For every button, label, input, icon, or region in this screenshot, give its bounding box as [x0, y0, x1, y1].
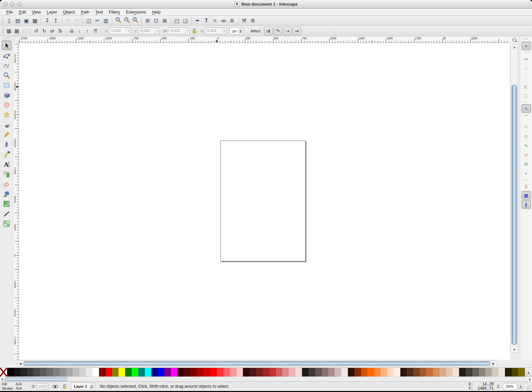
color-swatch[interactable] — [92, 368, 99, 376]
duplicate-button[interactable]: ⊞ — [143, 16, 152, 25]
unlink-clone-button[interactable]: ⊠ — [160, 16, 169, 25]
menu-extensions[interactable]: Extensions — [123, 9, 149, 15]
palette-scrollbar[interactable]: ◀ ▶ — [0, 376, 532, 381]
import-button[interactable]: ↧ — [43, 16, 51, 25]
color-swatch[interactable] — [381, 368, 387, 376]
color-swatch[interactable] — [446, 368, 453, 376]
color-swatch[interactable] — [27, 368, 34, 376]
document-properties-button[interactable]: ⚙ — [249, 16, 257, 25]
color-swatch[interactable] — [223, 368, 230, 376]
selector-tool-button[interactable] — [2, 41, 12, 50]
color-swatch[interactable] — [53, 368, 60, 376]
vertical-scrollbar[interactable]: ▲ ▼ — [511, 44, 518, 353]
print-button[interactable]: ▦ — [31, 16, 39, 25]
color-swatch[interactable] — [302, 368, 309, 376]
zoom-input[interactable]: 35% — [502, 383, 517, 390]
color-swatch[interactable] — [289, 368, 295, 376]
palette-scrollbar-thumb[interactable] — [4, 377, 68, 381]
color-swatch[interactable] — [452, 368, 459, 376]
color-swatch[interactable] — [472, 368, 479, 376]
snap-to-paths-toggle[interactable]: ⌒ — [521, 114, 531, 122]
pen-tool-button[interactable] — [2, 140, 12, 149]
color-swatch[interactable] — [125, 368, 132, 376]
zoom-window-button[interactable] — [17, 2, 21, 6]
snap-cusp-nodes-toggle[interactable]: ◇ — [521, 132, 531, 141]
xml-editor-button[interactable]: </> — [219, 16, 228, 25]
color-swatch[interactable] — [243, 368, 249, 376]
scroll-up-arrow[interactable]: ▲ — [511, 44, 518, 50]
gradient-tool-button[interactable] — [2, 199, 12, 209]
horizontal-scrollbar-thumb[interactable] — [23, 361, 491, 366]
color-swatch[interactable] — [433, 368, 440, 376]
scroll-right-arrow[interactable]: ▶ — [491, 361, 496, 366]
toolbox-grip[interactable] — [3, 38, 10, 39]
ellipse-tool-button[interactable] — [2, 100, 12, 110]
color-swatch[interactable] — [86, 368, 92, 376]
snap-rotation-centers-toggle[interactable]: + — [521, 169, 531, 178]
zoom-spinner[interactable]: ▲▼ — [518, 384, 523, 389]
new-document-button[interactable]: ▯ — [5, 16, 14, 25]
color-swatch[interactable] — [47, 368, 53, 376]
color-swatch[interactable] — [374, 368, 381, 376]
color-swatch[interactable] — [282, 368, 289, 376]
spray-tool-button[interactable] — [2, 169, 12, 179]
color-swatch[interactable] — [295, 368, 302, 376]
color-swatch[interactable] — [518, 368, 525, 376]
zoom-1-1-button[interactable]: 1:1 — [511, 36, 518, 43]
color-swatch[interactable] — [263, 368, 269, 376]
rotate-cw-button[interactable]: ↻ — [40, 27, 48, 35]
window-resize-grip[interactable] — [526, 386, 531, 391]
color-swatch[interactable] — [171, 368, 178, 376]
color-swatch[interactable] — [217, 368, 223, 376]
lower-to-bottom-button[interactable]: ⇊ — [68, 27, 76, 35]
lower-button[interactable]: ↓ — [76, 27, 83, 35]
color-swatch[interactable] — [367, 368, 374, 376]
canvas[interactable] — [19, 43, 510, 360]
flip-vertical-button[interactable]: ⇅ — [56, 27, 64, 35]
dropper-tool-button[interactable] — [2, 209, 12, 218]
export-button[interactable]: ↥ — [51, 16, 60, 25]
color-swatch[interactable] — [335, 368, 341, 376]
color-swatch[interactable] — [276, 368, 283, 376]
menu-layer[interactable]: Layer — [44, 9, 60, 15]
menu-text[interactable]: Text — [92, 9, 106, 15]
color-swatch[interactable] — [309, 368, 315, 376]
cut-button[interactable]: ✂ — [93, 16, 102, 25]
color-swatch[interactable] — [210, 368, 217, 376]
scale-corners-toggle[interactable]: ↷ — [274, 27, 282, 35]
opacity-input[interactable]: 100 ▲▼ — [37, 383, 48, 390]
menu-file[interactable]: File — [3, 9, 16, 15]
snap-page-border-toggle[interactable]: ▯ — [521, 182, 531, 190]
color-swatch[interactable] — [466, 368, 472, 376]
inkscape-preferences-button[interactable]: ⚒ — [240, 16, 249, 25]
color-swatch[interactable] — [413, 368, 420, 376]
color-swatch[interactable] — [400, 368, 407, 376]
text-tool-button[interactable]: A — [2, 159, 12, 169]
color-swatch[interactable] — [269, 368, 276, 376]
ungroup-button[interactable]: ◲ — [181, 16, 190, 25]
color-swatch[interactable] — [151, 368, 158, 376]
close-window-button[interactable] — [3, 2, 8, 6]
color-swatch[interactable] — [178, 368, 184, 376]
menu-edit[interactable]: Edit — [16, 9, 29, 15]
color-swatch[interactable] — [426, 368, 433, 376]
color-swatch[interactable] — [7, 368, 14, 376]
spiral-tool-button[interactable] — [2, 120, 12, 129]
align-distribute-button[interactable]: ≣ — [228, 16, 236, 25]
color-swatch[interactable] — [237, 368, 243, 376]
layer-visibility-toggle[interactable] — [52, 384, 58, 389]
flip-horizontal-button[interactable]: ⇄ — [48, 27, 56, 35]
color-swatch[interactable] — [354, 368, 361, 376]
minimize-window-button[interactable] — [10, 2, 15, 6]
color-swatch[interactable] — [112, 368, 119, 376]
rectangle-tool-button[interactable] — [2, 80, 12, 90]
connector-tool-button[interactable] — [2, 219, 12, 228]
color-swatch[interactable] — [387, 368, 394, 376]
color-swatch[interactable] — [99, 368, 106, 376]
color-swatch[interactable] — [230, 368, 237, 376]
vertical-ruler[interactable]: 17501500125010007505002500-250-500-750 — [13, 43, 19, 360]
text-dialog-button[interactable]: T — [202, 16, 211, 25]
calligraphy-tool-button[interactable] — [2, 149, 12, 159]
fill-stroke-indicator[interactable]: Fill: N/A Stroke: N/A — [0, 382, 27, 391]
no-color-swatch[interactable] — [0, 368, 7, 376]
